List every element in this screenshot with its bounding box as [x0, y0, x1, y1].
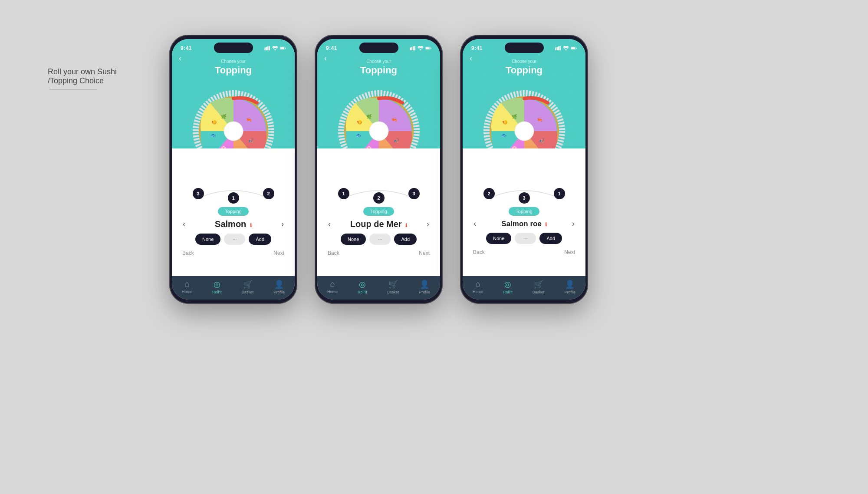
topping-badge-3: Topping — [509, 207, 539, 216]
btn-add-2[interactable]: Add — [394, 234, 417, 245]
prev-arrow-2[interactable]: ‹ — [324, 220, 335, 229]
btn-none-1[interactable]: None — [195, 234, 220, 245]
btn-quantity-3[interactable]: ··· — [515, 233, 536, 244]
back-btn-3[interactable]: Back — [473, 249, 485, 255]
rollit-icon-3: ◎ — [504, 280, 511, 289]
svg-text:🍤: 🍤 — [502, 119, 508, 125]
next-arrow-3[interactable]: › — [568, 219, 579, 228]
info-icon-2[interactable]: ℹ — [405, 223, 407, 228]
svg-rect-41 — [557, 47, 558, 50]
action-buttons-3: None ··· Add — [486, 233, 562, 244]
btn-add-3[interactable]: Add — [539, 233, 562, 244]
info-icon-1[interactable]: ℹ — [250, 223, 252, 228]
phone-3: 9:41 ‹ Choose your Toppin — [460, 35, 588, 304]
svg-rect-26 — [426, 47, 430, 49]
step-2-left-3: 2 — [483, 188, 495, 199]
item-selector-2[interactable]: ‹ Loup de Mer ℹ › — [317, 219, 440, 229]
svg-text:🦐: 🦐 — [391, 117, 397, 122]
breadcrumb: Roll your own Sushi /Topping Choice — [48, 67, 117, 89]
svg-point-32 — [369, 122, 388, 141]
prev-arrow-1[interactable]: ‹ — [179, 220, 189, 229]
time-2: 9:41 — [326, 45, 337, 51]
action-buttons-2: None ··· Add — [341, 234, 417, 245]
tab-rollit-2[interactable]: ◎ Roll'it — [358, 280, 367, 294]
tab-basket-3[interactable]: 🛒 Basket — [533, 280, 545, 294]
home-icon-1: ⌂ — [185, 280, 190, 289]
step-dots-2: 1 3 2 — [331, 179, 427, 203]
header-title-1: Topping — [179, 65, 288, 76]
tab-home-label-2: Home — [327, 290, 338, 294]
svg-text:🦐: 🦐 — [246, 117, 252, 122]
item-name-3: Salmon roe ℹ — [480, 220, 568, 228]
tab-rollit-1[interactable]: ◎ Roll'it — [212, 280, 222, 294]
btn-quantity-2[interactable]: ··· — [369, 234, 391, 245]
app-header-3: ‹ Choose your Topping — [463, 53, 585, 148]
back-btn-1[interactable]: Back — [182, 250, 194, 256]
next-arrow-1[interactable]: › — [277, 220, 288, 229]
tab-basket-label-1: Basket — [242, 290, 254, 294]
back-arrow-1[interactable]: ‹ — [179, 54, 181, 63]
step-1-left-2: 1 — [338, 188, 349, 199]
tab-basket-2[interactable]: 🛒 Basket — [387, 280, 399, 294]
home-icon-3: ⌂ — [476, 280, 480, 289]
svg-point-12 — [224, 122, 243, 141]
svg-point-4 — [274, 49, 276, 50]
back-arrow-2[interactable]: ‹ — [324, 54, 327, 63]
tab-home-1[interactable]: ⌂ Home — [182, 280, 192, 294]
bottom-nav-3: Back Next — [463, 249, 585, 255]
tab-home-2[interactable]: ⌂ Home — [327, 280, 338, 294]
basket-icon-1: 🛒 — [243, 280, 253, 289]
tab-profile-label-1: Profile — [273, 290, 285, 294]
tab-home-label-3: Home — [473, 290, 483, 294]
rollit-icon-1: ◎ — [214, 280, 220, 289]
app-header-2: ‹ Choose your Topping — [317, 53, 440, 148]
phones-container: 9:41 ‹ Choose y — [169, 35, 588, 304]
step-2-center-2: 2 — [373, 192, 385, 204]
btn-quantity-1[interactable]: ··· — [224, 234, 245, 245]
status-icons-1 — [264, 46, 286, 50]
svg-rect-1 — [266, 47, 267, 50]
tab-rollit-3[interactable]: ◎ Roll'it — [503, 280, 513, 294]
tab-rollit-label-1: Roll'it — [212, 290, 222, 294]
bottom-nav-1: Back Next — [172, 250, 295, 256]
info-icon-3[interactable]: ℹ — [545, 222, 547, 227]
tab-profile-1[interactable]: 👤 Profile — [273, 280, 285, 294]
item-selector-3[interactable]: ‹ Salmon roe ℹ › — [463, 219, 585, 228]
btn-add-1[interactable]: Add — [249, 234, 271, 245]
prev-arrow-3[interactable]: ‹ — [470, 219, 480, 228]
back-arrow-3[interactable]: ‹ — [470, 54, 472, 63]
tab-profile-3[interactable]: 👤 Profile — [564, 280, 575, 294]
tab-basket-1[interactable]: 🛒 Basket — [242, 280, 254, 294]
phone-2-screen: 9:41 ‹ Choose your Toppin — [317, 39, 440, 300]
phone-1-screen: 9:41 ‹ Choose y — [172, 39, 295, 300]
header-title-3: Topping — [470, 65, 579, 76]
svg-text:🌿: 🌿 — [221, 114, 227, 119]
svg-text:🐟: 🐟 — [501, 132, 507, 138]
svg-text:🎣: 🎣 — [248, 138, 254, 143]
topping-badge-1: Topping — [218, 207, 249, 216]
item-name-1: Salmon ℹ — [189, 219, 277, 229]
phone-3-notch — [505, 43, 544, 53]
btn-none-2[interactable]: None — [341, 234, 366, 245]
btn-none-3[interactable]: None — [486, 233, 511, 244]
item-selector-1[interactable]: ‹ Salmon ℹ › — [172, 219, 295, 229]
phone-2: 9:41 ‹ Choose your Toppin — [315, 35, 443, 304]
header-subtitle-1: Choose your — [179, 59, 288, 64]
svg-rect-3 — [269, 46, 270, 50]
step-dots-3: 2 1 3 — [477, 179, 572, 203]
phone-1-notch — [214, 43, 253, 53]
back-btn-2[interactable]: Back — [328, 250, 339, 256]
next-btn-2[interactable]: Next — [419, 250, 430, 256]
svg-rect-46 — [571, 47, 575, 49]
bottom-nav-2: Back Next — [317, 250, 440, 256]
svg-point-52 — [515, 122, 534, 141]
tab-profile-2[interactable]: 👤 Profile — [419, 280, 430, 294]
next-arrow-2[interactable]: › — [423, 220, 433, 229]
profile-icon-2: 👤 — [420, 280, 429, 289]
tab-home-3[interactable]: ⌂ Home — [473, 280, 483, 294]
tab-basket-label-3: Basket — [533, 290, 545, 294]
next-btn-1[interactable]: Next — [273, 250, 284, 256]
next-btn-3[interactable]: Next — [564, 249, 575, 255]
breadcrumb-line — [49, 89, 97, 89]
basket-icon-2: 🛒 — [388, 280, 398, 289]
